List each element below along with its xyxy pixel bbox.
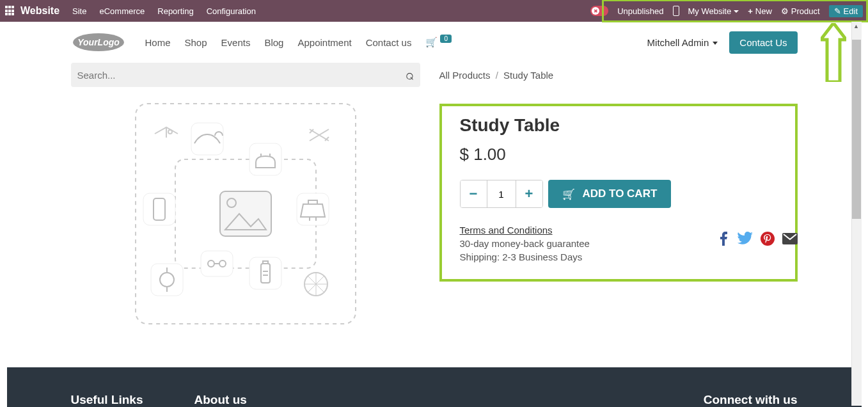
svg-rect-6 (191, 123, 223, 155)
chevron-down-icon (713, 42, 718, 45)
qty-input[interactable] (487, 180, 516, 207)
quantity-stepper: − + (460, 180, 543, 208)
mail-icon[interactable] (782, 232, 798, 250)
website-selector[interactable]: My Website (688, 6, 739, 16)
breadcrumb-root[interactable]: All Products (439, 70, 491, 81)
breadcrumb-sep: / (496, 70, 498, 81)
qty-plus-button[interactable]: + (516, 180, 542, 207)
nav-contact[interactable]: Contact us (366, 37, 412, 48)
publish-toggle[interactable] (590, 6, 608, 16)
search-icon[interactable] (406, 67, 414, 83)
svg-text:YourLogo: YourLogo (77, 37, 120, 47)
nav-home[interactable]: Home (145, 37, 171, 48)
edit-button[interactable]: Edit (829, 5, 863, 17)
menu-ecommerce[interactable]: eCommerce (99, 6, 145, 16)
svg-point-26 (761, 232, 775, 246)
nav-events[interactable]: Events (221, 37, 251, 48)
nav-shop[interactable]: Shop (185, 37, 207, 48)
svg-rect-7 (249, 143, 281, 175)
twitter-icon[interactable] (738, 232, 753, 250)
facebook-icon[interactable] (717, 232, 730, 250)
footer-connect: Connect with us (704, 393, 798, 407)
svg-rect-15 (249, 257, 281, 289)
apps-icon[interactable] (5, 6, 15, 16)
product-title: Study Table (460, 115, 777, 136)
qty-minus-button[interactable]: − (461, 180, 487, 207)
cart-link[interactable]: 🛒 0 (425, 36, 452, 48)
footer-about-us: About us (194, 393, 246, 407)
publish-label[interactable]: Unpublished (617, 6, 663, 16)
arrow-annotation (821, 23, 846, 84)
breadcrumb: All Products / Study Table (439, 70, 554, 81)
nav-blog[interactable]: Blog (264, 37, 283, 48)
main-nav: Home Shop Events Blog Appointment Contac… (145, 37, 412, 48)
menu-configuration[interactable]: Configuration (207, 6, 256, 16)
new-button[interactable]: New (748, 6, 772, 16)
chevron-down-icon (734, 10, 739, 13)
add-to-cart-button[interactable]: ADD TO CART (548, 180, 672, 208)
contact-us-button[interactable]: Contact Us (729, 31, 797, 54)
product-info: Study Table $ 1.00 − + ADD TO CART Terms… (439, 99, 798, 329)
app-name[interactable]: Website (20, 5, 59, 17)
user-dropdown[interactable]: Mitchell Admin (647, 37, 718, 48)
pinterest-icon[interactable] (761, 232, 775, 250)
cart-badge: 0 (440, 35, 452, 43)
shipping-text: Shipping: 2-3 Business Days (460, 251, 777, 262)
scroll-up-icon[interactable]: ▲ (852, 22, 861, 31)
svg-point-25 (168, 130, 172, 134)
search-input[interactable] (77, 70, 406, 81)
product-image-placeholder (71, 99, 420, 329)
footer: Useful Links About us Connect with us (7, 367, 862, 407)
top-menu: Site eCommerce Reporting Configuration (72, 6, 256, 16)
product-price: $ 1.00 (460, 145, 777, 164)
nav-appointment[interactable]: Appointment (297, 37, 351, 48)
site-header: YourLogo Home Shop Events Blog Appointme… (7, 22, 862, 63)
topbar-right: Unpublished My Website New Product Edit (590, 5, 863, 17)
mobile-preview-icon[interactable] (673, 6, 679, 16)
logo[interactable]: YourLogo (71, 31, 126, 54)
menu-site[interactable]: Site (72, 6, 86, 16)
breadcrumb-current: Study Table (503, 70, 553, 81)
topbar: Website Site eCommerce Reporting Configu… (0, 0, 868, 22)
terms-link[interactable]: Terms and Conditions (460, 225, 553, 235)
product-button[interactable]: Product (781, 6, 820, 16)
footer-useful-links: Useful Links (71, 393, 143, 407)
social-share (717, 232, 798, 250)
cart-icon: 🛒 (425, 36, 438, 48)
annotation-box-product: Study Table $ 1.00 − + ADD TO CART Terms… (439, 104, 798, 282)
search-box[interactable] (71, 63, 420, 87)
menu-reporting[interactable]: Reporting (157, 6, 193, 16)
